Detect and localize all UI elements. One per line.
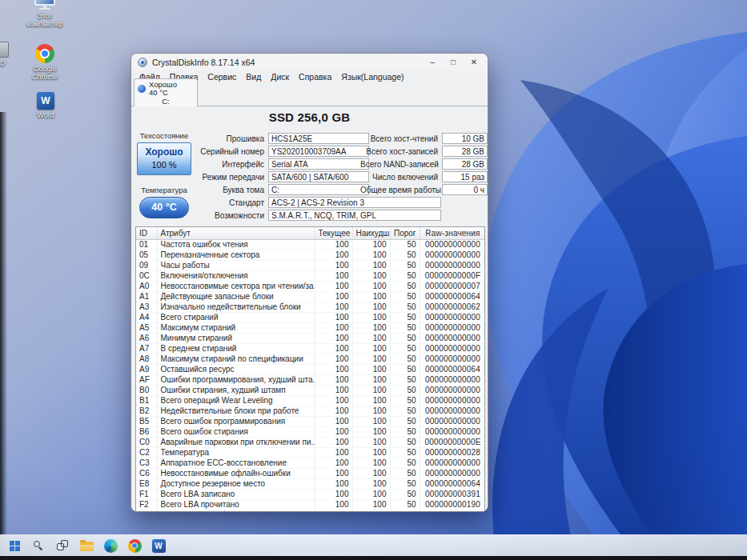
smart-row-C0[interactable]: C0Аварийные парковки при отключении пи..… — [136, 437, 485, 447]
smart-row-B6[interactable]: B6Всего ошибок стирания10010050000000000… — [136, 426, 485, 437]
info-row-nand-writes: Всего NAND-записей28 GB — [360, 158, 488, 170]
menu-item-help[interactable]: Справка — [294, 72, 336, 82]
smart-row-A4[interactable]: A4Всего стираний10010050000000000000 — [136, 312, 485, 322]
smart-row-C2[interactable]: C2Температура10010050000000000028 — [136, 447, 485, 458]
menu-item-disk[interactable]: Диск — [266, 72, 294, 82]
smart-cell-current: 100 — [315, 291, 352, 302]
smart-cell-id: B6 — [136, 426, 157, 437]
smart-cell-current: 100 — [315, 510, 352, 512]
smart-row-09[interactable]: 09Часы работы10010050000000000000 — [136, 260, 485, 270]
smart-cell-id: E8 — [136, 478, 157, 489]
smart-cell-id: F1 — [136, 489, 157, 499]
smart-column-header-0[interactable]: ID — [136, 227, 157, 239]
info-row-power-on-count: Число включений15 раз — [360, 170, 488, 183]
smart-row-C3[interactable]: C3Аппаратное ECC-восстановление100100500… — [136, 458, 485, 468]
word-button[interactable]: W — [149, 536, 168, 555]
smart-row-E8[interactable]: E8Доступное резервное место1001005000000… — [136, 478, 485, 489]
edge-button[interactable] — [101, 536, 120, 555]
smart-cell-threshold: 50 — [390, 322, 420, 333]
smart-row-A3[interactable]: A3Изначально недействительные блоки10010… — [136, 302, 485, 312]
task-view-button[interactable] — [53, 536, 72, 555]
smart-cell-raw: 00000000000F — [420, 270, 485, 281]
smart-column-header-2[interactable]: Текущее — [315, 227, 352, 239]
word-icon: W — [37, 92, 54, 110]
smart-row-A9[interactable]: A9Оставшийся ресурс10010050000000000064 — [136, 364, 485, 374]
desktop-icon-word[interactable]: W Word — [27, 92, 64, 119]
info-row-standard: СтандартACS-2 | ACS-2 Revision 3 — [194, 196, 441, 209]
smart-cell-raw: 000000000064 — [420, 364, 485, 374]
smart-cell-worst: 100 — [352, 468, 390, 478]
smart-cell-threshold: 50 — [390, 239, 420, 250]
smart-cell-raw: 000000000062 — [420, 302, 485, 312]
smart-cell-id: C3 — [136, 458, 157, 468]
info-value-nand-writes: 28 GB — [442, 158, 488, 170]
smart-column-header-3[interactable]: Наихудш... — [352, 227, 390, 239]
smart-row-A0[interactable]: A0Невосстановимые сектора при чтении/за.… — [136, 281, 485, 291]
smart-row-A7[interactable]: A7В среднем стираний10010050000000000000 — [136, 343, 485, 354]
smart-row-F5[interactable]: F5Сектора записи флэш-памяти100100500000… — [136, 510, 485, 512]
smart-row-C6[interactable]: C6Невосстановимые офлайн-ошибки100100500… — [136, 468, 485, 478]
smart-row-B2[interactable]: B2Недействительные блоки при работе10010… — [136, 406, 485, 416]
smart-cell-attribute: Изначально недействительные блоки — [157, 302, 315, 312]
chrome-button[interactable] — [125, 536, 144, 555]
smart-row-B1[interactable]: B1Всего операций Wear Leveling1001005000… — [136, 395, 485, 406]
monitor-bezel — [0, 556, 747, 560]
smart-cell-worst: 100 — [352, 302, 390, 312]
smart-cell-id: A4 — [136, 312, 157, 322]
menu-item-function[interactable]: Сервис — [203, 72, 241, 82]
smart-table-container: IDАтрибутТекущееНаихудш...ПорогRaw-значе… — [135, 226, 485, 512]
smart-column-header-5[interactable]: Raw-значения — [420, 227, 485, 239]
smart-cell-id: C6 — [136, 468, 157, 478]
smart-cell-id: A8 — [136, 354, 157, 364]
word-taskbar-icon: W — [152, 539, 166, 553]
smart-row-A5[interactable]: A5Максимум стираний10010050000000000000 — [136, 322, 485, 333]
smart-cell-threshold: 50 — [390, 499, 420, 510]
temperature-indicator[interactable]: 40 °C — [139, 197, 189, 218]
close-button[interactable]: ✕ — [464, 54, 484, 70]
taskbar-search-button[interactable] — [29, 536, 48, 555]
smart-cell-current: 100 — [315, 406, 352, 416]
info-label-power-on-hours: Общее время работы — [360, 186, 442, 194]
smart-cell-current: 100 — [315, 416, 352, 426]
smart-row-A6[interactable]: A6Минимум стираний10010050000000000000 — [136, 333, 485, 343]
window-titlebar[interactable]: CrystalDiskInfo 8.17.14 x64 – □ ✕ — [131, 54, 488, 70]
desktop-icon-this-pc[interactable]: Этот компьютер — [19, 0, 70, 28]
smart-row-B0[interactable]: B0Ошибки стирания, худший штамп100100500… — [136, 385, 485, 395]
menu-item-view[interactable]: Вид — [241, 72, 266, 82]
smart-row-F1[interactable]: F1Всего LBA записано10010050000000000391 — [136, 489, 485, 499]
smart-row-B5[interactable]: B5Всего ошибок программирования100100500… — [136, 416, 485, 426]
smart-row-01[interactable]: 01Частота ошибок чтения10010050000000000… — [136, 239, 485, 250]
smart-cell-attribute: Минимум стираний — [157, 333, 315, 343]
file-explorer-button[interactable] — [77, 536, 96, 555]
smart-row-A8[interactable]: A8Максимум стираний по спецификации10010… — [136, 354, 485, 364]
desktop-icon-chrome[interactable]: Google Chrome — [22, 44, 67, 81]
smart-row-F2[interactable]: F2Всего LBA прочитано1001005000000000019… — [136, 499, 485, 510]
smart-cell-worst: 100 — [352, 239, 390, 250]
smart-row-05[interactable]: 05Переназначенные сектора100100500000000… — [136, 250, 485, 260]
smart-cell-id: B0 — [136, 385, 157, 395]
smart-cell-current: 100 — [315, 250, 352, 260]
desktop-icon-partial-hd[interactable]: HD — [0, 42, 11, 67]
smart-cell-id: F2 — [136, 499, 157, 510]
smart-row-AF[interactable]: AFОшибки программирования, худший шта...… — [136, 374, 485, 385]
smart-cell-attribute: Ошибки стирания, худший штамп — [157, 385, 315, 395]
smart-cell-current: 100 — [315, 385, 352, 395]
menu-item-language[interactable]: Язык(Language) — [336, 72, 408, 82]
smart-cell-attribute: Аварийные парковки при отключении пи... — [157, 437, 315, 447]
smart-cell-id: A5 — [136, 322, 157, 333]
minimize-button[interactable]: – — [422, 54, 443, 70]
folder-icon — [80, 542, 94, 551]
info-right: Всего хост-чтений10 GBВсего хост-записей… — [360, 132, 488, 196]
info-label-host-writes: Всего хост-записей — [360, 147, 442, 156]
smart-row-0C[interactable]: 0CВключения/отключения100100500000000000… — [136, 270, 485, 281]
start-button[interactable] — [5, 536, 24, 555]
smart-cell-worst: 100 — [352, 478, 390, 489]
info-label-drive-letter: Буква тома — [194, 186, 268, 194]
drive-tab-c[interactable]: Хорошо 40 °C C: — [134, 78, 198, 106]
smart-cell-raw: 000000000000 — [420, 458, 485, 468]
maximize-button[interactable]: □ — [443, 54, 464, 70]
health-status-box[interactable]: Хорошо 100 % — [137, 142, 191, 175]
smart-column-header-1[interactable]: Атрибут — [157, 227, 315, 239]
smart-column-header-4[interactable]: Порог — [390, 227, 420, 239]
smart-row-A1[interactable]: A1Действующие запасные блоки100100500000… — [136, 291, 485, 302]
